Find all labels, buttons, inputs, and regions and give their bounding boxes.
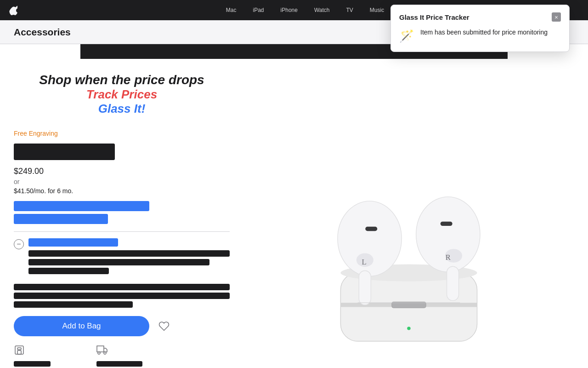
add-to-bag-section: Add to Bag (14, 316, 230, 336)
wishlist-button[interactable] (156, 318, 172, 334)
airpods-pro-image: L R (289, 106, 528, 345)
add-to-bag-button[interactable]: Add to Bag (14, 316, 149, 336)
section-title: Accessories (14, 27, 71, 38)
price-monthly: $41.50/mo. for 6 mo. (14, 187, 230, 195)
bottom-icons (14, 345, 230, 368)
divider (14, 231, 230, 232)
free-engraving-link[interactable]: Free Engraving (14, 130, 230, 137)
svg-rect-13 (365, 226, 377, 230)
right-panel: L R (243, 68, 574, 368)
nav-item-mac[interactable]: Mac (218, 7, 245, 13)
promo-glass-it: Glass It! (14, 102, 230, 116)
collapse-toggle[interactable]: − (14, 239, 24, 249)
product-price: $249.00 (14, 167, 230, 176)
glass-it-popup: Glass It Price Tracker × 🪄 Item has been… (390, 5, 570, 52)
svg-rect-2 (17, 348, 21, 350)
promo-headline: Shop when the price drops (14, 73, 230, 87)
pickup-icon-item (14, 345, 69, 368)
svg-point-4 (104, 352, 106, 354)
popup-body: 🪄 Item has been submitted for price moni… (399, 28, 561, 43)
svg-text:L: L (362, 257, 366, 266)
nav-item-ipad[interactable]: iPad (245, 7, 272, 13)
store-icon (14, 345, 25, 358)
nav-item-tv[interactable]: TV (338, 7, 361, 13)
genie-icon: 🪄 (399, 29, 414, 43)
popup-header: Glass It Price Tracker × (399, 12, 561, 22)
collapsible-title-bar (28, 238, 118, 247)
svg-rect-16 (447, 266, 459, 300)
svg-rect-18 (441, 221, 452, 225)
left-panel: Shop when the price drops Track Prices G… (14, 68, 243, 368)
product-image: L R (280, 97, 537, 355)
collapsible-text-1 (28, 250, 230, 257)
svg-rect-0 (15, 346, 23, 354)
option-bar-1[interactable] (14, 201, 149, 211)
svg-point-9 (407, 327, 410, 330)
option-bar-2[interactable] (14, 214, 108, 224)
nav-item-music[interactable]: Music (362, 7, 392, 13)
price-or-label: or (14, 178, 230, 185)
svg-point-3 (98, 352, 100, 354)
pickup-text-1 (14, 361, 51, 367)
popup-message: Item has been submitted for price monito… (420, 28, 548, 37)
promo-track-prices: Track Prices (14, 87, 230, 102)
svg-rect-11 (359, 270, 371, 305)
collapsible-section: − (14, 238, 230, 276)
collapsible-text-3 (28, 268, 109, 274)
option-bars (14, 201, 230, 224)
nav-item-watch[interactable]: Watch (306, 7, 338, 13)
nav-item-iphone[interactable]: iPhone (272, 7, 306, 13)
promo-section: Shop when the price drops Track Prices G… (14, 68, 230, 121)
info-bar-2 (14, 293, 230, 299)
collapsible-content (28, 238, 230, 276)
info-section (14, 284, 230, 308)
svg-text:R: R (446, 253, 451, 262)
product-name-bar (14, 144, 115, 160)
main-content: Shop when the price drops Track Prices G… (0, 59, 588, 368)
shipping-text-1 (96, 361, 142, 367)
info-bar-3 (14, 301, 133, 308)
shipping-icon-item (96, 345, 152, 368)
shipping-icon (96, 345, 107, 358)
popup-close-button[interactable]: × (552, 12, 561, 22)
info-bar-1 (14, 284, 230, 290)
collapsible-text-2 (28, 259, 209, 265)
apple-logo-icon[interactable] (9, 5, 17, 15)
svg-rect-1 (17, 351, 21, 354)
popup-title: Glass It Price Tracker (399, 13, 469, 21)
